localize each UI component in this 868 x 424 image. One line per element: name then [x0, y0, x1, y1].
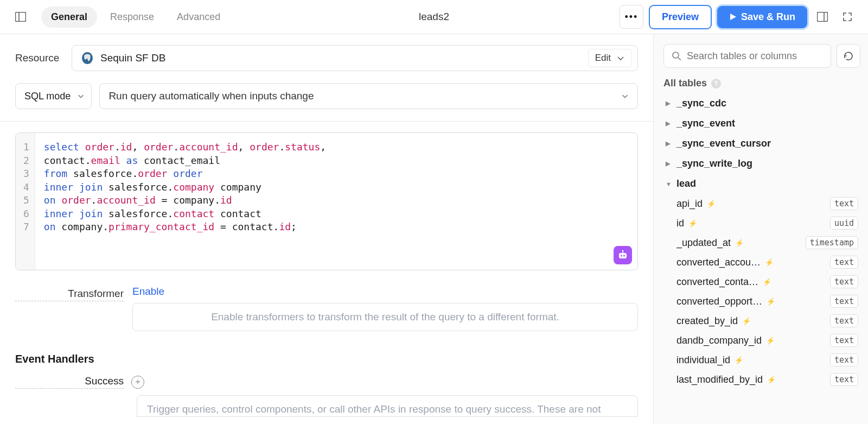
type-badge: uuid: [830, 217, 858, 230]
svg-point-10: [673, 52, 679, 58]
play-icon: [729, 13, 737, 21]
lightning-icon: ⚡: [765, 258, 774, 267]
column-last_modified_by_id[interactable]: last_modified_by_id⚡text: [663, 370, 860, 389]
lightning-icon: ⚡: [688, 219, 697, 227]
sql-editor[interactable]: 1234567 select order.id, order.account_i…: [15, 132, 638, 270]
table-_sync_write_log[interactable]: ▶_sync_write_log: [663, 154, 860, 174]
chevron-right-icon: ▶: [666, 140, 672, 147]
chevron-right-icon: ▶: [666, 160, 672, 167]
chevron-right-icon: ▶: [666, 120, 672, 127]
chevron-down-icon: [616, 54, 625, 62]
ellipsis-icon: •••: [624, 11, 638, 23]
svg-point-6: [621, 255, 622, 256]
transformer-placeholder: Enable transformers to transform the res…: [132, 303, 638, 331]
expand-icon: [843, 12, 852, 21]
schema-search-box[interactable]: [663, 44, 831, 68]
robot-icon: [617, 250, 628, 261]
chevron-right-icon: ▶: [666, 100, 672, 107]
schema-tree: ▶_sync_cdc▶_sync_event▶_sync_event_curso…: [663, 93, 860, 424]
tab-general[interactable]: General: [41, 7, 97, 28]
table-_sync_event[interactable]: ▶_sync_event: [663, 113, 860, 134]
help-icon[interactable]: ?: [711, 79, 721, 88]
type-badge: text: [830, 256, 858, 269]
lightning-icon: ⚡: [767, 376, 776, 384]
query-name[interactable]: leads2: [419, 11, 449, 23]
line-gutter: 1234567: [16, 133, 35, 270]
success-placeholder: Trigger queries, control components, or …: [137, 395, 638, 417]
resource-name: Sequin SF DB: [100, 52, 582, 64]
lightning-icon: ⚡: [742, 317, 751, 325]
column-id[interactable]: id⚡uuid: [663, 213, 860, 233]
tab-response[interactable]: Response: [100, 7, 164, 28]
code-body[interactable]: select order.id, order.account_id, order…: [35, 133, 335, 270]
sql-mode-select[interactable]: SQL mode: [15, 83, 92, 109]
svg-line-11: [678, 58, 681, 60]
type-badge: text: [830, 373, 858, 386]
transformer-enable-link[interactable]: Enable: [132, 286, 638, 298]
svg-point-7: [623, 255, 625, 256]
lightning-icon: ⚡: [735, 239, 744, 247]
main-tabs: GeneralResponseAdvanced: [41, 7, 230, 28]
more-options-button[interactable]: •••: [620, 5, 643, 29]
panel-toggle-left-button[interactable]: [11, 7, 30, 27]
chevron-down-icon: [621, 92, 629, 100]
type-badge: text: [830, 314, 858, 327]
run-trigger-select[interactable]: Run query automatically when inputs chan…: [99, 83, 638, 109]
column-api_id[interactable]: api_id⚡text: [663, 194, 860, 213]
save-run-button[interactable]: Save & Run: [717, 6, 807, 28]
success-label: Success: [15, 375, 124, 389]
table-lead[interactable]: ▼lead: [663, 174, 860, 194]
type-badge: text: [830, 197, 858, 210]
resource-label: Resource: [15, 52, 64, 64]
schema-search-input[interactable]: [687, 50, 823, 62]
sidebar-right-icon: [817, 12, 828, 22]
type-badge: text: [830, 275, 858, 288]
chevron-down-icon: ▼: [666, 181, 672, 187]
panel-toggle-right-button[interactable]: [813, 7, 832, 27]
table-_sync_cdc[interactable]: ▶_sync_cdc: [663, 93, 860, 113]
lightning-icon: ⚡: [763, 278, 771, 286]
column-converted_opport[interactable]: converted_opport…⚡text: [663, 292, 860, 311]
resource-edit-button[interactable]: Edit: [588, 49, 632, 67]
column-converted_accou[interactable]: converted_accou…⚡text: [663, 252, 860, 272]
lightning-icon: ⚡: [766, 337, 775, 345]
lightning-icon: ⚡: [735, 356, 743, 364]
type-badge: timestamp: [806, 236, 858, 249]
refresh-schema-button[interactable]: [837, 44, 860, 68]
divider: [0, 121, 653, 122]
tab-advanced[interactable]: Advanced: [167, 7, 230, 28]
svg-rect-2: [818, 12, 828, 22]
preview-button[interactable]: Preview: [649, 5, 712, 29]
save-run-label: Save & Run: [741, 11, 795, 23]
svg-point-9: [622, 250, 624, 252]
all-tables-header: All tables ?: [663, 78, 860, 89]
table-_sync_event_cursor[interactable]: ▶_sync_event_cursor: [663, 134, 860, 154]
type-badge: text: [830, 295, 858, 308]
refresh-icon: [843, 50, 854, 61]
type-badge: text: [830, 353, 858, 366]
resource-select[interactable]: Sequin SF DB Edit: [72, 45, 638, 71]
column-dandb_company_id[interactable]: dandb_company_id⚡text: [663, 331, 860, 350]
search-icon: [672, 51, 681, 61]
column-converted_conta[interactable]: converted_conta…⚡text: [663, 272, 860, 292]
sidebar-icon: [15, 12, 26, 22]
chevron-down-icon: [77, 92, 85, 100]
column-created_by_id[interactable]: created_by_id⚡text: [663, 311, 860, 331]
expand-button[interactable]: [838, 7, 857, 27]
type-badge: text: [830, 334, 858, 347]
lightning-icon: ⚡: [707, 200, 716, 208]
add-success-handler-button[interactable]: ＋: [131, 376, 144, 389]
column-individual_id[interactable]: individual_id⚡text: [663, 350, 860, 370]
svg-rect-0: [16, 12, 26, 22]
transformer-label: Transformer: [15, 288, 124, 301]
lightning-icon: ⚡: [767, 298, 775, 306]
ai-assistant-button[interactable]: [614, 246, 632, 264]
event-handlers-header: Event Handlers: [15, 353, 638, 365]
column-_updated_at[interactable]: _updated_at⚡timestamp: [663, 233, 860, 252]
svg-rect-5: [619, 253, 627, 258]
postgres-icon: [81, 52, 94, 65]
